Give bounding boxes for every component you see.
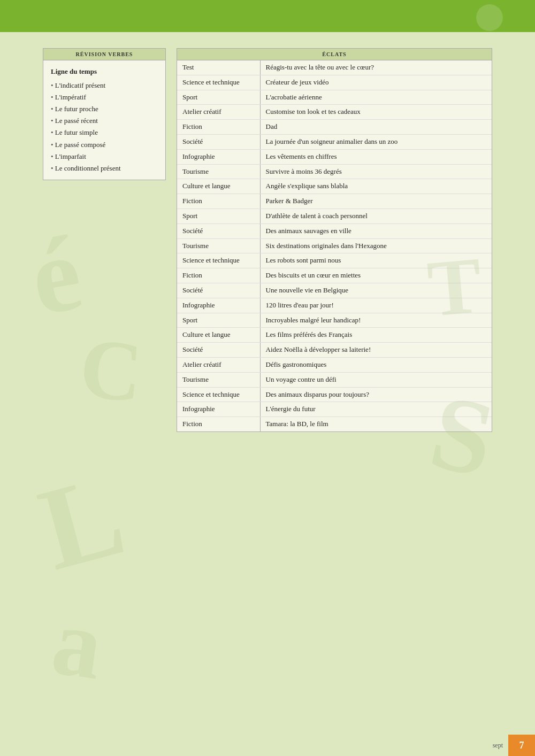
- eclats-category: Atelier créatif: [177, 105, 260, 120]
- eclats-row: Science et techniqueCréateur de jeux vid…: [177, 75, 492, 90]
- eclats-title: Parker & Badger: [260, 194, 492, 209]
- eclats-category: Société: [177, 134, 260, 149]
- eclats-category: Tourisme: [177, 372, 260, 387]
- eclats-row: SportIncroyables malgré leur handicap!: [177, 313, 492, 328]
- eclats-row: InfographieL'énergie du futur: [177, 402, 492, 417]
- revision-list-item: Le passé composé: [51, 139, 158, 151]
- eclats-category: Sport: [177, 209, 260, 223]
- revision-list-item: L'imparfait: [51, 151, 158, 163]
- eclats-title: L'énergie du futur: [260, 402, 492, 417]
- eclats-row: FictionParker & Badger: [177, 194, 492, 209]
- eclats-title: Les robots sont parmi nous: [260, 253, 492, 268]
- eclats-category: Culture et langue: [177, 328, 260, 343]
- eclats-row: FictionDes biscuits et un cœur en miette…: [177, 268, 492, 283]
- eclats-title: La journée d'un soigneur animalier dans …: [260, 134, 492, 149]
- eclats-row: TourismeSix destinations originales dans…: [177, 238, 492, 253]
- eclats-title: L'acrobatie aérienne: [260, 90, 492, 105]
- revision-list-item: Le futur simple: [51, 127, 158, 138]
- eclats-row: SociétéDes animaux sauvages en ville: [177, 223, 492, 238]
- eclats-row: TourismeUn voyage contre un défi: [177, 372, 492, 387]
- bottom-bar: sept 7: [0, 735, 535, 756]
- revision-main-title: Ligne du temps: [51, 66, 158, 78]
- eclats-row: Atelier créatifCustomise ton look et tes…: [177, 105, 492, 120]
- eclats-title: Dad: [260, 120, 492, 135]
- eclats-row: FictionDad: [177, 120, 492, 135]
- eclats-row: FictionTamara: la BD, le film: [177, 417, 492, 431]
- revision-panel: RÉVISION VERBES Ligne du temps L'indicat…: [43, 48, 166, 180]
- eclats-row: TestRéagis-tu avec la tête ou avec le cœ…: [177, 60, 492, 75]
- eclats-title: Créateur de jeux vidéo: [260, 75, 492, 90]
- eclats-row: SociétéLa journée d'un soigneur animalie…: [177, 134, 492, 149]
- eclats-title: Tamara: la BD, le film: [260, 417, 492, 431]
- eclats-row: Culture et langueAngèle s'explique sans …: [177, 179, 492, 194]
- eclats-panel: ÉCLATS TestRéagis-tu avec la tête ou ave…: [177, 48, 492, 432]
- eclats-row: TourismeSurvivre à moins 36 degrés: [177, 164, 492, 179]
- watermark-4: a: [46, 585, 109, 702]
- eclats-title: D'athlète de talent à coach personnel: [260, 209, 492, 223]
- eclats-row: Atelier créatifDéfis gastronomiques: [177, 357, 492, 372]
- eclats-category: Test: [177, 60, 260, 75]
- eclats-title: 120 litres d'eau par jour!: [260, 298, 492, 313]
- eclats-title: Six destinations originales dans l'Hexag…: [260, 238, 492, 253]
- eclats-category: Sport: [177, 90, 260, 105]
- page-label: sept: [493, 742, 503, 750]
- eclats-category: Infographie: [177, 402, 260, 417]
- eclats-category: Science et technique: [177, 75, 260, 90]
- eclats-title: Des animaux disparus pour toujours?: [260, 387, 492, 402]
- eclats-row: Science et techniqueLes robots sont parm…: [177, 253, 492, 268]
- revision-list-item: L'indicatif présent: [51, 80, 158, 91]
- eclats-title: Les vêtements en chiffres: [260, 149, 492, 164]
- eclats-category: Société: [177, 223, 260, 238]
- top-bar-decoration: [476, 4, 503, 31]
- eclats-category: Infographie: [177, 149, 260, 164]
- eclats-title: Des biscuits et un cœur en miettes: [260, 268, 492, 283]
- eclats-category: Science et technique: [177, 253, 260, 268]
- eclats-category: Fiction: [177, 120, 260, 135]
- watermark-3: L: [27, 446, 137, 597]
- eclats-category: Science et technique: [177, 387, 260, 402]
- eclats-title: Incroyables malgré leur handicap!: [260, 313, 492, 328]
- eclats-title: Aidez Noëlla à développer sa laiterie!: [260, 343, 492, 358]
- eclats-category: Fiction: [177, 417, 260, 431]
- eclats-category: Fiction: [177, 194, 260, 209]
- eclats-title: Angèle s'explique sans blabla: [260, 179, 492, 194]
- eclats-category: Tourisme: [177, 164, 260, 179]
- eclats-category: Culture et langue: [177, 179, 260, 194]
- eclats-category: Tourisme: [177, 238, 260, 253]
- revision-list-item: Le passé récent: [51, 115, 158, 127]
- eclats-row: Infographie120 litres d'eau par jour!: [177, 298, 492, 313]
- eclats-title: Un voyage contre un défi: [260, 372, 492, 387]
- eclats-title: Défis gastronomiques: [260, 357, 492, 372]
- revision-list-item: Le futur proche: [51, 103, 158, 115]
- eclats-row: SociétéAidez Noëlla à développer sa lait…: [177, 343, 492, 358]
- eclats-category: Fiction: [177, 268, 260, 283]
- eclats-title: Les films préférés des Français: [260, 328, 492, 343]
- eclats-row: SportD'athlète de talent à coach personn…: [177, 209, 492, 223]
- revision-list-item: Le conditionnel présent: [51, 163, 158, 174]
- eclats-header: ÉCLATS: [177, 49, 492, 60]
- eclats-row: SociétéUne nouvelle vie en Belgique: [177, 283, 492, 298]
- eclats-category: Sport: [177, 313, 260, 328]
- revision-list: L'indicatif présentL'impératifLe futur p…: [51, 80, 158, 174]
- eclats-title: Une nouvelle vie en Belgique: [260, 283, 492, 298]
- revision-header: RÉVISION VERBES: [43, 49, 165, 60]
- eclats-title: Des animaux sauvages en ville: [260, 223, 492, 238]
- eclats-row: InfographieLes vêtements en chiffres: [177, 149, 492, 164]
- eclats-title: Customise ton look et tes cadeaux: [260, 105, 492, 120]
- eclats-row: Culture et langueLes films préférés des …: [177, 328, 492, 343]
- revision-body: Ligne du temps L'indicatif présentL'impé…: [43, 60, 165, 180]
- eclats-title: Réagis-tu avec la tête ou avec le cœur?: [260, 60, 492, 75]
- eclats-title: Survivre à moins 36 degrés: [260, 164, 492, 179]
- eclats-row: SportL'acrobatie aérienne: [177, 90, 492, 105]
- revision-list-item: L'impératif: [51, 91, 158, 103]
- main-content: RÉVISION VERBES Ligne du temps L'indicat…: [0, 32, 535, 448]
- eclats-category: Atelier créatif: [177, 357, 260, 372]
- eclats-row: Science et techniqueDes animaux disparus…: [177, 387, 492, 402]
- eclats-category: Société: [177, 343, 260, 358]
- eclats-category: Infographie: [177, 298, 260, 313]
- eclats-category: Société: [177, 283, 260, 298]
- eclats-table: TestRéagis-tu avec la tête ou avec le cœ…: [177, 60, 492, 431]
- top-bar: [0, 0, 535, 32]
- page-number: 7: [508, 735, 535, 756]
